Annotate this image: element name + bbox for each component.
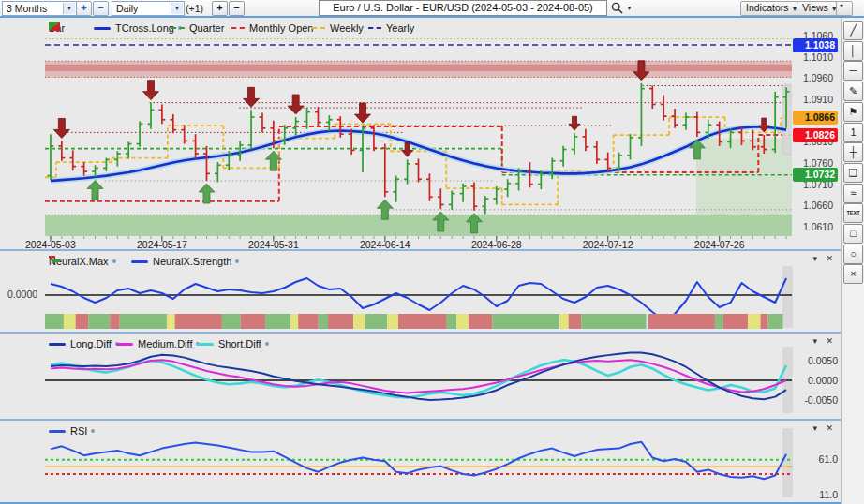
price-axis-label: 1.0910 (792, 94, 833, 105)
diff-axis-label: -0.0050 (795, 394, 838, 406)
medium-diff-icon (116, 343, 133, 346)
panel-controls: ▾ ✕ (806, 336, 833, 346)
neuralx-panel: NeuralX.Max NeuralX.Strength ▾ ✕ 0.0000 (0, 249, 864, 332)
remove-bar-button[interactable]: − (229, 1, 245, 16)
legend-settings-dot-icon[interactable] (112, 259, 116, 263)
zoom-in-button[interactable]: + (76, 1, 92, 16)
legend-item-rsi[interactable]: RSI (49, 424, 95, 437)
yearly-line-icon (368, 27, 381, 29)
chevron-down-icon: ▼ (63, 3, 75, 14)
weekly-line-icon (312, 27, 325, 29)
chevron-down-icon: ▼ (171, 3, 183, 14)
legend-settings-dot-icon[interactable] (235, 259, 239, 263)
text-tool-icon[interactable]: TEXT (843, 203, 863, 223)
price-chip-quarter: 1.0732 (793, 168, 838, 182)
diff-axis-label: 0.0000 (795, 375, 838, 386)
trading-app-window: 3 Months ▼ + − Daily ▼ (+1) + − Euro / U… (0, 0, 864, 504)
panel-controls: ▾ ✕ (806, 423, 833, 433)
vertical-line-tool-icon[interactable]: │ (843, 41, 863, 61)
bar-offset-label: (+1) (186, 3, 203, 14)
price-axis-label: 1.0960 (792, 72, 833, 83)
panel-collapse-icon[interactable]: ▾ (812, 254, 817, 263)
legend-item-quarter[interactable]: Quarter (171, 22, 224, 34)
price-chart-panel: Bar TCross.Long Quarter Monthly Open Wee… (0, 18, 864, 249)
range-select[interactable]: 3 Months ▼ (2, 1, 77, 16)
chart-title: Euro / U.S. Dollar - EUR/USD (2024-05-03… (319, 0, 607, 16)
flag-tool-icon[interactable]: ⚑ (843, 102, 863, 122)
panel-collapse-icon[interactable]: ▾ (812, 336, 817, 346)
legend-item-monthly-open[interactable]: Monthly Open (231, 22, 313, 34)
interval-select[interactable]: Daily ▼ (112, 1, 185, 16)
panel-close-icon[interactable]: ✕ (826, 336, 833, 346)
neuralx-strength-icon (131, 260, 148, 263)
legend-item-long-diff[interactable]: Long.Diff (49, 337, 119, 349)
delete-tool-icon[interactable]: × (843, 264, 863, 284)
range-select-value: 3 Months (7, 3, 47, 14)
trendline-tool-icon[interactable]: ╱ (843, 21, 863, 40)
price-axis-label: 1.0660 (792, 200, 833, 211)
legend-item-medium-diff[interactable]: Medium.Diff (116, 337, 200, 349)
legend-item-yearly[interactable]: Yearly (368, 22, 414, 34)
panel-collapse-icon[interactable]: ▾ (812, 423, 817, 433)
top-toolbar: 3 Months ▼ + − Daily ▼ (+1) + − Euro / U… (0, 0, 864, 18)
diff-axis-label: 0.0050 (795, 355, 838, 366)
drawing-tools-toolbar: ╱│─✎⚑1┼❑≈TEXT□○× (841, 18, 864, 504)
price-axis-label: 1.0610 (792, 221, 833, 232)
price-axis-label: 1.0760 (792, 157, 833, 169)
wave-tool-icon[interactable]: ≈ (843, 184, 863, 203)
quarter-line-icon (171, 27, 185, 29)
rectangle-tool-icon[interactable]: □ (843, 224, 863, 244)
panel-controls: ▾ ✕ (806, 254, 833, 263)
horizontal-line-tool-icon[interactable]: ─ (843, 61, 863, 81)
price-chip-yearly: 1.1038 (793, 38, 838, 52)
rsi-canvas[interactable] (0, 421, 864, 504)
ellipse-tool-icon[interactable]: ○ (843, 245, 863, 264)
legend-item-short-diff[interactable]: Short.Diff (197, 337, 269, 349)
legend-settings-dot-icon[interactable] (265, 342, 269, 346)
short-diff-icon (197, 343, 214, 346)
monthly-line-icon (231, 27, 245, 29)
rsi-line-icon (49, 430, 66, 433)
rsi-axis-label: 61.0 (795, 453, 838, 465)
price-chip-monthly: 1.0826 (793, 128, 838, 142)
neuralx-canvas[interactable] (0, 251, 864, 334)
neuralx-zero-label: 0.0000 (7, 289, 37, 300)
indicators-button[interactable]: Indicators▼ (740, 1, 800, 16)
panel-close-icon[interactable]: ✕ (826, 254, 833, 263)
crosshair-tool-icon[interactable]: ┼ (843, 142, 863, 162)
search-caret-icon[interactable]: ▼ (626, 5, 633, 11)
add-bar-button[interactable]: + (212, 1, 228, 16)
legend-item-weekly[interactable]: Weekly (312, 22, 364, 34)
price-chip-weekly: 1.0866 (793, 111, 838, 125)
search-icon[interactable] (611, 2, 623, 14)
legend-item-bar[interactable]: Bar (49, 22, 65, 34)
tcross-line-icon (94, 27, 111, 30)
legend-item-tcross-long[interactable]: TCross.Long (94, 22, 182, 34)
bar-series-icon (49, 22, 60, 31)
rsi-panel: RSI ▾ ✕ 61.011.0 (0, 419, 864, 504)
fibonacci-tool-icon[interactable]: 1 (843, 123, 863, 142)
price-chart-canvas[interactable] (0, 18, 864, 249)
views-button[interactable]: Views▼ (797, 1, 840, 16)
neuralx-max-icon (49, 255, 60, 263)
rsi-axis-label: 11.0 (795, 489, 838, 500)
pencil-tool-icon[interactable]: ✎ (843, 82, 863, 101)
diff-panel: Long.Diff Medium.Diff Short.Diff ▾ ✕ 0.0… (0, 332, 864, 419)
favorite-button[interactable]: * (836, 1, 853, 16)
legend-item-neuralx-max[interactable]: NeuralX.Max (49, 255, 116, 267)
legend-item-neuralx-strength[interactable]: NeuralX.Strength (131, 255, 239, 267)
panel-close-icon[interactable]: ✕ (826, 423, 833, 433)
interval-select-value: Daily (116, 3, 138, 14)
zoom-out-button[interactable]: − (93, 1, 109, 16)
callout-tool-icon[interactable]: ❑ (843, 163, 863, 183)
long-diff-icon (49, 343, 66, 346)
price-axis-label: 1.1010 (792, 52, 833, 63)
legend-settings-dot-icon[interactable] (91, 429, 95, 433)
